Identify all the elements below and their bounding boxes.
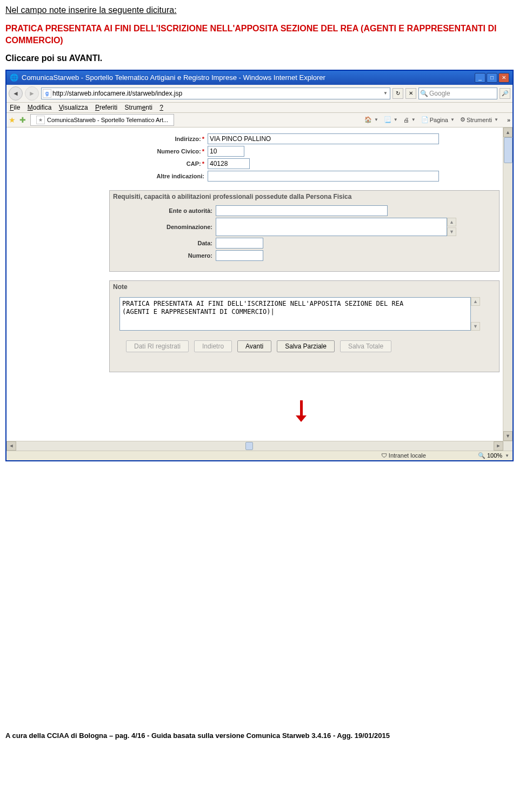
status-zone-text: Intranet locale <box>389 452 426 459</box>
button-avanti[interactable]: Avanti <box>237 340 271 352</box>
input-indirizzo[interactable] <box>208 133 439 144</box>
window-title-bar: 🌐 ComunicaStarweb - Sportello Telematico… <box>6 71 513 85</box>
close-button[interactable]: ✕ <box>498 73 509 83</box>
add-favorite-icon[interactable]: ✚ <box>19 116 28 124</box>
address-bar[interactable]: g http://starweb.infocamere.it/starweb/i… <box>41 88 390 99</box>
doc-heading: Nel campo note inserire la seguente dici… <box>5 5 514 15</box>
label-indirizzo: Indirizzo:* <box>104 136 208 142</box>
group-note: Note ▲▼ Dati RI registrati Indietro Avan… <box>109 280 500 372</box>
home-dropdown[interactable]: 🏠▼ <box>364 116 380 123</box>
search-icon: 🔍 <box>420 90 428 97</box>
zoom-icon: 🔍 <box>478 452 485 459</box>
label-ente: Ente o autorità: <box>112 207 216 214</box>
input-data[interactable] <box>216 238 263 249</box>
label-numero: Numero: <box>112 252 216 259</box>
screenshot-frame: 🌐 ComunicaStarweb - Sportello Telematico… <box>5 70 514 461</box>
annotation-arrow <box>296 400 307 422</box>
search-placeholder: Google <box>429 90 450 97</box>
shield-icon: 🛡 <box>381 452 387 459</box>
maximize-button[interactable]: □ <box>487 73 497 83</box>
page-footer: A cura della CCIAA di Bologna – pag. 4/1… <box>5 732 514 740</box>
textarea-note[interactable] <box>119 297 471 331</box>
menu-strumenti[interactable]: Strumenti <box>125 104 152 111</box>
content-area: Indirizzo:* Numero Civico:* CAP:* Altre … <box>6 127 513 441</box>
url-text: http://starweb.infocamere.it/starweb/ind… <box>52 90 381 97</box>
button-salva-parziale[interactable]: Salva Parziale <box>277 340 335 352</box>
vertical-scrollbar[interactable] <box>503 127 513 441</box>
window-title: ComunicaStarweb - Sportello Telematico A… <box>22 73 325 82</box>
input-numero[interactable] <box>216 250 263 261</box>
page-dropdown[interactable]: 📄 Pagina▼ <box>421 116 456 123</box>
tab-title: ComunicaStarweb - Sportello Telematico A… <box>47 117 168 123</box>
menu-file[interactable]: File <box>10 104 20 111</box>
stop-button[interactable]: ✕ <box>405 88 416 99</box>
menu-modifica[interactable]: Modifica <box>28 104 52 111</box>
minimize-button[interactable]: _ <box>475 73 485 83</box>
label-cap: CAP:* <box>104 160 208 167</box>
tools-dropdown[interactable]: ⚙ Strumenti▼ <box>460 116 500 123</box>
nav-toolbar: ◄ ► g http://starweb.infocamere.it/starw… <box>6 85 513 103</box>
scroll-left-icon[interactable]: ◄ <box>6 441 16 451</box>
input-cap[interactable] <box>208 158 250 169</box>
input-altre[interactable] <box>208 171 439 182</box>
label-civico: Numero Civico:* <box>104 148 208 155</box>
tab-favicon: ★ <box>36 116 45 124</box>
status-bar: 🛡 Intranet locale 🔍 100% ▼ <box>6 451 513 460</box>
group-title-note: Note <box>112 282 497 294</box>
scroll-up-icon[interactable]: ▲ <box>447 218 456 226</box>
label-altre: Altre indicazioni: <box>104 173 208 179</box>
chevron-down-icon[interactable]: ▼ <box>382 91 389 96</box>
doc-black-instruction: Cliccare poi su AVANTI. <box>5 53 514 63</box>
input-denominazione[interactable] <box>216 218 447 236</box>
label-data: Data: <box>112 240 216 246</box>
input-civico[interactable] <box>208 146 244 157</box>
back-button[interactable]: ◄ <box>9 86 23 100</box>
scroll-up-icon[interactable]: ▲ <box>471 297 480 306</box>
button-salva-totale: Salva Totale <box>340 340 391 352</box>
scroll-down-icon[interactable]: ▼ <box>471 322 480 331</box>
search-go-button[interactable]: 🔎 <box>500 88 510 99</box>
scroll-right-icon[interactable]: ► <box>494 441 503 451</box>
favorites-star-icon[interactable]: ★ <box>9 116 17 124</box>
menu-help[interactable]: ? <box>159 104 163 111</box>
menu-preferiti[interactable]: Preferiti <box>95 104 117 111</box>
forward-button[interactable]: ► <box>25 86 39 100</box>
horizontal-scrollbar[interactable]: ◄ ► <box>6 441 513 451</box>
search-box[interactable]: 🔍 Google <box>418 88 497 99</box>
menu-bar: File Modifica Visualizza Preferiti Strum… <box>6 103 513 113</box>
tab-bar: ★ ✚ ★ ComunicaStarweb - Sportello Telema… <box>6 113 513 127</box>
input-ente[interactable] <box>216 205 388 216</box>
refresh-button[interactable]: ↻ <box>392 88 403 99</box>
menu-visualizza[interactable]: Visualizza <box>59 104 88 111</box>
label-denom: Denominazione: <box>112 224 216 230</box>
feeds-dropdown[interactable]: 📃▼ <box>384 116 399 123</box>
button-dati-ri: Dati RI registrati <box>126 340 189 352</box>
zoom-value: 100% <box>487 452 502 459</box>
active-tab[interactable]: ★ ComunicaStarweb - Sportello Telematico… <box>30 114 174 126</box>
chevron-right-icon[interactable]: » <box>504 117 510 123</box>
print-dropdown[interactable]: 🖨▼ <box>403 117 417 123</box>
scroll-down-icon[interactable]: ▼ <box>447 227 456 236</box>
group-title-requisiti: Requisiti, capacità o abilitazioni profe… <box>112 192 497 204</box>
button-indietro: Indietro <box>194 340 232 352</box>
google-favicon: g <box>43 89 51 98</box>
group-requisiti: Requisiti, capacità o abilitazioni profe… <box>109 190 500 272</box>
chevron-down-icon[interactable]: ▼ <box>504 453 510 458</box>
app-icon: 🌐 <box>10 73 18 82</box>
doc-red-instruction: PRATICA PRESENTATA AI FINI DELL'ISCRIZIO… <box>5 23 514 47</box>
